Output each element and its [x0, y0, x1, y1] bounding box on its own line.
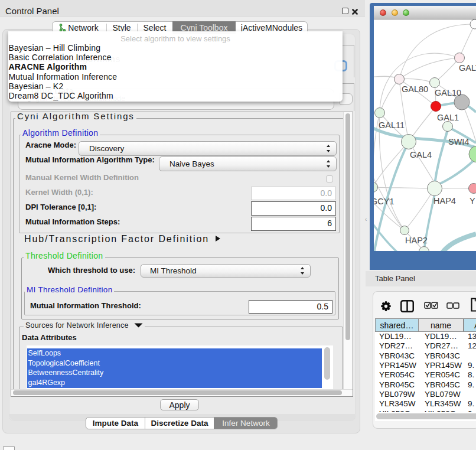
- svg-text:GAL80: GAL80: [402, 84, 428, 94]
- svg-text:HAP2: HAP2: [405, 236, 428, 245]
- svg-text:GAL11: GAL11: [379, 120, 405, 130]
- svg-text:SWI4: SWI4: [448, 137, 469, 146]
- svg-text:GALT: GALT: [459, 63, 476, 73]
- svg-text:GAL10: GAL10: [435, 88, 461, 97]
- svg-text:GAL1: GAL1: [437, 113, 459, 122]
- svg-text:GAL4: GAL4: [410, 150, 432, 159]
- svg-text:Y: Y: [470, 196, 475, 206]
- svg-text:GCY1: GCY1: [374, 197, 395, 206]
- svg-text:HAP4: HAP4: [433, 196, 456, 206]
